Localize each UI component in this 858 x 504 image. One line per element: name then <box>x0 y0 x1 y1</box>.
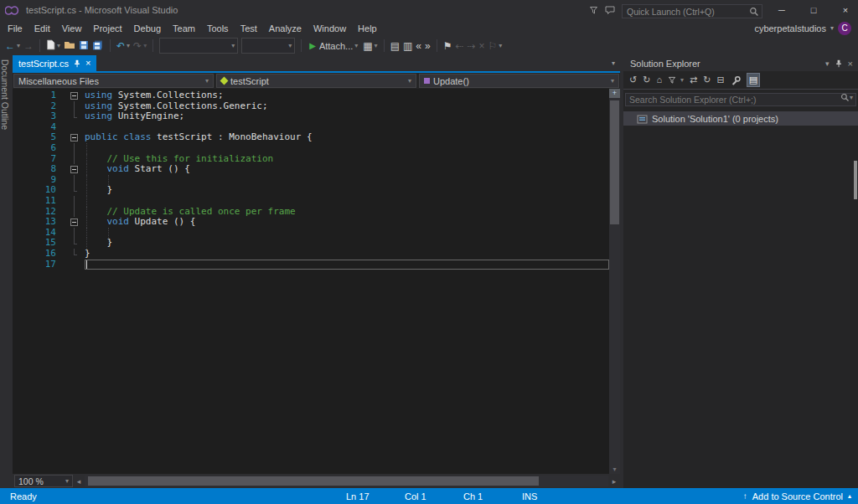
search-icon[interactable] <box>840 93 850 102</box>
undo-icon[interactable]: ↶ <box>116 41 125 51</box>
menu-help[interactable]: Help <box>352 22 383 35</box>
quick-launch-box <box>622 3 762 18</box>
project-scope-dropdown[interactable]: Miscellaneous Files ▾ <box>13 74 214 88</box>
fold-toggle-icon[interactable] <box>66 164 85 175</box>
combo-dropdown-icon: ▾ <box>231 42 235 49</box>
save-all-icon[interactable] <box>92 40 104 52</box>
search-options-dropdown-icon[interactable]: ▾ <box>850 94 853 101</box>
document-outline-tab[interactable]: Document Outline <box>0 55 13 488</box>
preview-selected-items-icon[interactable]: ▤ <box>747 73 760 87</box>
menu-debug[interactable]: Debug <box>128 22 167 35</box>
add-to-source-control-button[interactable]: ↑ Add to Source Control ▴ <box>743 491 851 501</box>
menu-team[interactable]: Team <box>167 22 201 35</box>
redo-dropdown-icon[interactable]: ▾ <box>143 42 147 49</box>
home-icon[interactable]: ⌂ <box>656 75 662 85</box>
debug-target-icon[interactable]: ▦ <box>363 41 372 51</box>
redo-icon[interactable]: ↷ <box>133 41 142 51</box>
new-file-dropdown-icon[interactable]: ▾ <box>57 42 60 49</box>
filter-dropdown-icon[interactable]: ▾ <box>680 76 684 84</box>
history-forward-icon[interactable]: ↻ <box>643 75 650 85</box>
horizontal-scrollbar[interactable] <box>85 476 608 486</box>
menu-window[interactable]: Window <box>308 22 352 35</box>
scroll-right-icon[interactable]: ▸ <box>608 477 620 486</box>
sync-with-active-document-icon[interactable]: ⇄ <box>690 75 697 85</box>
debug-target-dropdown-icon[interactable]: ▾ <box>375 42 378 49</box>
close-tab-icon[interactable]: × <box>85 59 90 68</box>
new-file-icon[interactable] <box>46 39 55 52</box>
show-output-icon[interactable]: ▤ <box>390 41 400 51</box>
type-dropdown[interactable]: testScript ▾ <box>216 74 416 88</box>
filter-icon[interactable] <box>668 76 676 85</box>
member-dropdown[interactable]: Update() ▾ <box>419 74 619 88</box>
toolbar-overflow-icon[interactable]: ▾ <box>499 42 502 49</box>
navigate-backward-dropdown-icon[interactable]: ▾ <box>17 42 20 49</box>
attach-button[interactable]: ▶ Attach... ▾ <box>308 41 359 51</box>
account-avatar[interactable]: C <box>838 22 851 35</box>
solution-configurations-combo[interactable]: ▾ <box>159 38 238 54</box>
scroll-left-icon[interactable]: ◂ <box>73 477 85 486</box>
fold-toggle-icon[interactable] <box>66 132 85 143</box>
tab-testscript[interactable]: testScript.cs × <box>13 55 96 71</box>
vertical-scrollbar-thumb[interactable] <box>610 100 619 224</box>
properties-wrench-icon[interactable] <box>731 75 741 85</box>
menu-analyze[interactable]: Analyze <box>263 22 308 35</box>
menu-view[interactable]: View <box>56 22 88 35</box>
horizontal-scrollbar-thumb[interactable] <box>88 476 539 486</box>
menu-edit[interactable]: Edit <box>28 22 56 35</box>
code-line-13[interactable]: 13 void Update () { <box>13 217 609 228</box>
toolbar-separator <box>437 39 437 52</box>
code-line-3[interactable]: 3using UnityEngine; <box>13 111 609 122</box>
bookmark-folder-icon[interactable]: ⚐ <box>488 41 498 51</box>
menu-tools[interactable]: Tools <box>201 22 235 35</box>
clear-bookmarks-icon[interactable]: × <box>479 41 485 51</box>
refresh-icon[interactable]: ↻ <box>703 75 711 85</box>
vertical-scrollbar[interactable]: + ▾ <box>609 89 620 474</box>
navigate-backward-icon[interactable]: ← <box>5 41 15 51</box>
close-panel-icon[interactable]: × <box>848 59 853 69</box>
code-line-16[interactable]: 16} <box>13 249 609 260</box>
code-line-15[interactable]: 15 } <box>13 238 609 249</box>
close-button[interactable]: × <box>833 0 858 20</box>
code-line-10[interactable]: 10 } <box>13 185 609 196</box>
quick-launch-input[interactable] <box>622 4 762 18</box>
save-icon[interactable] <box>79 40 89 52</box>
undo-dropdown-icon[interactable]: ▾ <box>127 42 130 49</box>
fold-toggle-icon[interactable] <box>66 90 85 101</box>
zoom-dropdown[interactable]: 100 % ▾ <box>14 475 73 487</box>
maximize-button[interactable]: □ <box>801 0 826 20</box>
solution-platforms-combo[interactable]: ▾ <box>241 38 295 54</box>
menu-project[interactable]: Project <box>87 22 127 35</box>
account-dropdown-icon[interactable]: ▾ <box>830 24 834 32</box>
solution-search-input[interactable] <box>625 93 856 106</box>
window-position-dropdown-icon[interactable]: ▾ <box>825 59 830 68</box>
menu-test[interactable]: Test <box>235 22 263 35</box>
toggle-bookmark-icon[interactable]: ⚑ <box>443 41 452 51</box>
show-threads-icon[interactable]: ▥ <box>403 41 412 51</box>
document-list-dropdown-icon[interactable]: ▾ <box>612 55 620 71</box>
notifications-filter-icon[interactable] <box>589 6 598 15</box>
code-line-5[interactable]: 5public class testScript : MonoBehaviour… <box>13 132 609 143</box>
type-label: testScript <box>230 76 269 86</box>
feedback-icon[interactable] <box>605 6 615 15</box>
code-line-17[interactable]: 17 <box>13 260 609 270</box>
signed-in-account[interactable]: cyberpetalstudios <box>754 23 826 33</box>
collapse-all-icon[interactable]: ⊟ <box>717 75 725 85</box>
pin-panel-icon[interactable] <box>835 59 842 68</box>
scroll-down-icon[interactable]: ▾ <box>609 465 620 473</box>
code-line-8[interactable]: 8 void Start () { <box>13 164 609 175</box>
open-file-icon[interactable] <box>64 40 75 51</box>
minimize-button[interactable]: ─ <box>769 0 794 20</box>
next-bookmark-icon[interactable]: ⇢ <box>468 41 476 51</box>
decrease-indent-icon[interactable]: « <box>416 41 421 51</box>
code-editor[interactable]: 1using System.Collections;2using System.… <box>13 89 620 474</box>
menu-file[interactable]: File <box>2 22 28 35</box>
increase-indent-icon[interactable]: » <box>425 41 431 51</box>
previous-bookmark-icon[interactable]: ⇠ <box>455 41 463 51</box>
pin-tab-icon[interactable] <box>74 59 80 68</box>
split-editor-handle[interactable]: + <box>609 89 620 98</box>
panel-scrollbar-thumb[interactable] <box>854 161 857 199</box>
fold-toggle-icon[interactable] <box>66 217 85 228</box>
history-back-icon[interactable]: ↺ <box>629 75 637 85</box>
navigate-forward-icon[interactable]: → <box>23 41 34 51</box>
tree-item-solution[interactable]: Solution 'Solution1' (0 projects) <box>623 111 858 126</box>
